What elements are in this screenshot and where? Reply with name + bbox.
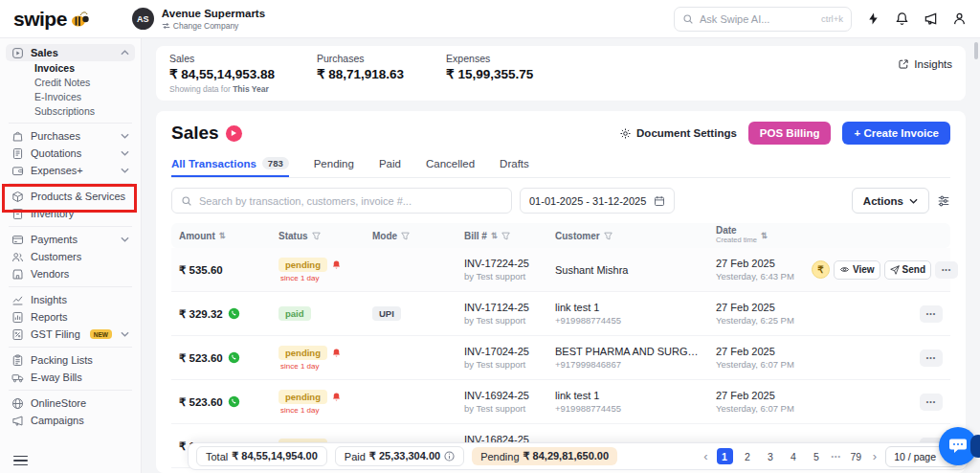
company-switcher[interactable]: AS Avenue Supermarts Change Company <box>132 8 265 31</box>
send-button[interactable]: Send <box>884 260 931 280</box>
page-button-5[interactable]: 5 <box>809 448 825 464</box>
sidebar-item-sales[interactable]: Sales <box>6 44 135 61</box>
table-row[interactable]: ₹ 523.60 pending since 1 day <box>171 380 950 424</box>
invoice-number[interactable]: INV-17124-25 <box>464 302 540 313</box>
sidebar-item-quotations[interactable]: Quotations <box>6 145 135 162</box>
actions-button[interactable]: Actions <box>852 188 929 214</box>
tab-pending[interactable]: Pending <box>314 152 354 177</box>
transaction-search-input[interactable] <box>199 195 502 207</box>
sidebar-item-credit-notes[interactable]: Credit Notes <box>6 76 135 90</box>
sidebar-item-packing-lists[interactable]: Packing Lists <box>6 351 135 369</box>
sidebar-collapse-button[interactable] <box>13 456 28 466</box>
sidebar-item-payments[interactable]: Payments <box>6 231 135 248</box>
tab-all-transactions[interactable]: All Transactions 783 <box>171 152 289 177</box>
document-settings-button[interactable]: Document Settings <box>619 127 737 140</box>
ask-ai-input[interactable] <box>700 13 815 25</box>
column-settings-sliders-icon[interactable] <box>937 194 950 208</box>
sidebar-item-e-invoices[interactable]: E-Invoices <box>6 90 135 104</box>
tab-cancelled[interactable]: Cancelled <box>426 152 475 177</box>
tab-paid[interactable]: Paid <box>379 152 401 177</box>
column-header-customer[interactable]: Customer <box>547 231 708 241</box>
sort-icon[interactable]: ⇅ <box>491 231 498 240</box>
more-actions-button[interactable]: ••• <box>935 261 958 279</box>
sidebar-item-campaigns[interactable]: Campaigns <box>6 412 135 429</box>
swipe-logo[interactable]: swipe <box>13 8 92 31</box>
reminder-bell-icon[interactable] <box>331 259 342 270</box>
filter-funnel-icon[interactable] <box>401 232 410 240</box>
pagination-ellipsis[interactable]: ••• <box>832 453 841 460</box>
chat-widget-button[interactable] <box>939 427 977 465</box>
tab-drafts[interactable]: Drafts <box>500 152 529 177</box>
date-range-picker[interactable]: 01-01-2025 - 31-12-2025 <box>520 188 675 214</box>
customer-name[interactable]: Sushant Mishra <box>555 264 701 276</box>
page-button-1[interactable]: 1 <box>717 448 733 464</box>
create-invoice-button[interactable]: + Create Invoice <box>842 122 950 145</box>
profile-user-icon[interactable] <box>952 11 967 26</box>
more-actions-button[interactable]: ••• <box>920 305 943 323</box>
sidebar-divider <box>9 123 132 124</box>
page-button-2[interactable]: 2 <box>740 448 756 464</box>
more-actions-button[interactable]: ••• <box>920 349 943 367</box>
notifications-bell-icon[interactable] <box>895 11 909 26</box>
whatsapp-icon[interactable] <box>228 395 240 408</box>
sidebar-item-subscriptions[interactable]: Subscriptions <box>6 104 135 119</box>
next-page-button[interactable]: › <box>871 449 879 463</box>
customer-name[interactable]: link test 1 <box>555 302 701 313</box>
reminder-bell-icon[interactable] <box>331 348 342 358</box>
quick-actions-lightning-icon[interactable] <box>866 11 880 26</box>
ask-ai-search[interactable]: ctrl+k <box>674 7 852 32</box>
page-button-3[interactable]: 3 <box>763 448 779 464</box>
sort-icon[interactable]: ⇅ <box>219 231 226 240</box>
pos-billing-button[interactable]: POS Billing <box>748 122 832 145</box>
sidebar-item-reports[interactable]: Reports <box>6 308 135 326</box>
view-button[interactable]: View <box>834 260 880 280</box>
filter-funnel-icon[interactable] <box>501 232 510 240</box>
customer-name[interactable]: BEST PHARMA AND SURGICALS <box>555 346 701 357</box>
whatsapp-icon[interactable] <box>228 307 240 320</box>
chat-bubble-icon <box>948 438 968 455</box>
tutorial-play-button[interactable] <box>226 125 242 142</box>
column-header-date[interactable]: Date Created time ⇅ <box>708 226 804 245</box>
invoice-number[interactable]: INV-17024-25 <box>464 346 540 357</box>
sidebar-item-vendors[interactable]: Vendors <box>6 265 135 282</box>
record-payment-chip[interactable]: ₹ <box>812 260 830 279</box>
products-cube-icon <box>11 191 24 203</box>
page-button-last[interactable]: 79 <box>848 448 864 464</box>
prev-page-button[interactable]: ‹ <box>702 449 709 463</box>
customer-name[interactable]: link test 1 <box>555 390 701 401</box>
filter-funnel-icon[interactable] <box>312 232 321 240</box>
sidebar-item-eway-bills[interactable]: E-way Bills <box>6 369 135 386</box>
table-row[interactable]: ₹ 329.32 paid UPI INV-17124-25 by Test s… <box>171 292 950 336</box>
sidebar-item-insights[interactable]: Insights <box>6 291 135 308</box>
sidebar: Sales Invoices Credit Notes E-Invoices S… <box>0 38 142 473</box>
insights-link[interactable]: Insights <box>898 58 952 70</box>
table-row[interactable]: ₹ 535.60 pending since 1 day INV-17224-2… <box>171 248 950 292</box>
column-header-bill[interactable]: Bill # ⇅ <box>457 231 547 241</box>
filter-funnel-icon[interactable] <box>604 232 612 240</box>
sort-icon[interactable]: ⇅ <box>761 231 768 240</box>
announcements-megaphone-icon[interactable] <box>924 11 938 26</box>
sidebar-item-gst-filing[interactable]: GST Filing NEW <box>6 326 135 343</box>
sidebar-item-online-store[interactable]: OnlineStore <box>6 394 135 412</box>
insights-chart-icon <box>11 294 24 306</box>
sidebar-item-inventory[interactable]: Inventory <box>6 205 135 222</box>
column-header-mode[interactable]: Mode <box>365 231 457 241</box>
scrollbar-thumb[interactable] <box>974 42 978 59</box>
sidebar-item-invoices[interactable]: Invoices <box>6 61 135 76</box>
invoice-number[interactable]: INV-16924-25 <box>464 390 540 401</box>
info-icon[interactable] <box>444 451 455 462</box>
table-row[interactable]: ₹ 523.60 pending since 1 day <box>171 336 950 380</box>
sidebar-item-expenses[interactable]: Expenses+ <box>6 162 135 179</box>
invoice-number[interactable]: INV-17224-25 <box>464 258 540 269</box>
sidebar-item-customers[interactable]: Customers <box>6 248 135 265</box>
sidebar-item-purchases[interactable]: Purchases <box>6 127 135 145</box>
column-header-status[interactable]: Status <box>271 231 365 241</box>
whatsapp-icon[interactable] <box>228 351 240 364</box>
sidebar-item-products-services[interactable]: Products & Services <box>6 188 135 205</box>
transaction-search[interactable] <box>171 188 512 214</box>
column-header-amount[interactable]: Amount ⇅ <box>171 231 271 241</box>
more-actions-button[interactable]: ••• <box>920 394 943 411</box>
page-button-4[interactable]: 4 <box>786 448 802 464</box>
reminder-bell-icon[interactable] <box>331 392 342 402</box>
change-company-link[interactable]: Change Company <box>162 21 265 31</box>
